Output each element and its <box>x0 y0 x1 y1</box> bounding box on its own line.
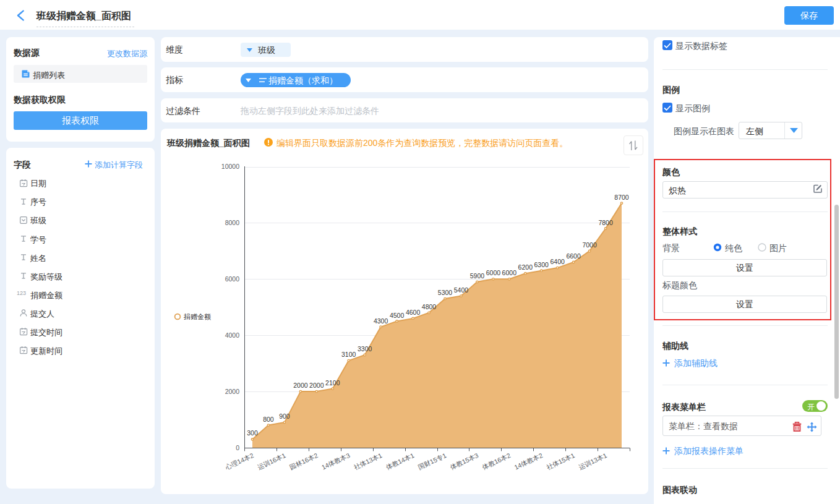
svg-text:社体13本1: 社体13本1 <box>353 451 384 471</box>
svg-text:4600: 4600 <box>406 309 421 316</box>
svg-text:6300: 6300 <box>534 261 549 268</box>
svg-text:7000: 7000 <box>582 241 597 249</box>
svg-text:8000: 8000 <box>225 219 240 226</box>
svg-text:体教14本1: 体教14本1 <box>384 451 416 471</box>
svg-text:国财15专1: 国财15专1 <box>417 451 448 471</box>
svg-text:3100: 3100 <box>341 351 356 358</box>
svg-text:2000: 2000 <box>309 382 324 389</box>
svg-text:6400: 6400 <box>551 258 565 265</box>
svg-text:园林16本2: 园林16本2 <box>288 451 319 471</box>
svg-text:4500: 4500 <box>390 312 405 319</box>
svg-text:7800: 7800 <box>598 219 613 226</box>
svg-text:6000: 6000 <box>225 275 240 283</box>
svg-text:6200: 6200 <box>518 263 533 271</box>
svg-text:8700: 8700 <box>614 194 629 201</box>
svg-text:4000: 4000 <box>225 331 240 339</box>
svg-text:14体教本3: 14体教本3 <box>320 451 351 471</box>
svg-text:900: 900 <box>279 412 290 420</box>
svg-text:800: 800 <box>263 416 274 423</box>
svg-text:体教16本2: 体教16本2 <box>481 451 512 471</box>
svg-text:4300: 4300 <box>374 317 388 325</box>
svg-text:运训13本1: 运训13本1 <box>577 451 608 471</box>
svg-text:0: 0 <box>236 444 239 451</box>
svg-text:6000: 6000 <box>486 269 501 276</box>
svg-text:300: 300 <box>247 429 258 437</box>
svg-text:4800: 4800 <box>422 303 437 310</box>
svg-text:社体15本1: 社体15本1 <box>545 451 576 471</box>
svg-text:2100: 2100 <box>325 379 340 387</box>
svg-text:6600: 6600 <box>566 252 581 260</box>
svg-text:14体教本2: 14体教本2 <box>513 451 544 471</box>
svg-text:5400: 5400 <box>454 286 469 294</box>
svg-text:2000: 2000 <box>293 382 308 389</box>
svg-text:3300: 3300 <box>358 345 372 352</box>
svg-text:心理14本2: 心理14本2 <box>223 451 255 471</box>
svg-text:运训16本1: 运训16本1 <box>256 451 287 471</box>
svg-text:5300: 5300 <box>438 289 453 296</box>
svg-text:2000: 2000 <box>225 388 240 395</box>
svg-text:捐赠金额: 捐赠金额 <box>183 313 211 320</box>
svg-text:5900: 5900 <box>470 272 485 280</box>
svg-text:6000: 6000 <box>502 269 517 276</box>
svg-text:10000: 10000 <box>221 163 239 170</box>
svg-text:体教15本3: 体教15本3 <box>448 451 480 471</box>
